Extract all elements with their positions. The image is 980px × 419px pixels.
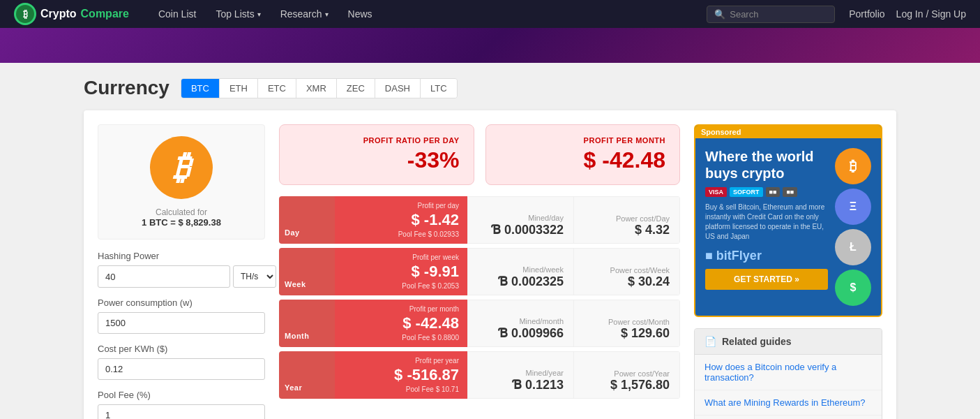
ad-body: Where the world buys crypto VISA SOFORT …: [695, 138, 881, 316]
research-chevron-icon: ▾: [325, 10, 329, 18]
period-cell-month: Month: [279, 300, 335, 347]
profit-cell-label: Profit per day: [343, 202, 459, 210]
tab-ltc[interactable]: LTC: [421, 79, 457, 98]
data-rows: Day Profit per day $ -1.42 Pool Fee $ 0.…: [279, 196, 680, 399]
nav-news[interactable]: News: [340, 3, 381, 25]
currency-header: Currency BTC ETH ETC XMR ZEC DASH LTC: [84, 77, 896, 99]
tab-btc[interactable]: BTC: [181, 79, 220, 98]
brand-compare: Compare: [81, 8, 129, 20]
brand-logo-icon: ₿: [14, 3, 36, 25]
nav-top-lists[interactable]: Top Lists ▾: [207, 3, 269, 25]
power-label: Power cost/Day: [584, 214, 670, 223]
related-guides-links: How does a Bitcoin node verify a transac…: [695, 355, 882, 419]
power-label: Power cost/Year: [584, 369, 670, 378]
nav-links: Coin List Top Lists ▾ Research ▾ News: [150, 3, 700, 25]
profit-ratio-card: PROFIT RATIO PER DAY -33%: [279, 124, 474, 185]
period-cell-week: Week: [279, 248, 335, 295]
period-cell-year: Year: [279, 351, 335, 399]
power-cell-year: Power cost/Year $ 1,576.80: [574, 351, 680, 399]
btc-icon: ₿: [150, 136, 213, 199]
hashing-power-row: TH/s GH/s MH/s: [98, 265, 265, 288]
ad-green-icon: $: [835, 270, 871, 306]
mined-value: Ɓ 0.1213: [478, 377, 564, 392]
calculated-for-label: Calculated for: [156, 207, 207, 217]
cost-per-kwh-input[interactable]: [98, 358, 265, 380]
power-label: Power cost/Month: [584, 318, 670, 326]
tab-eth[interactable]: ETH: [220, 79, 258, 98]
hashing-power-unit-select[interactable]: TH/s GH/s MH/s: [233, 265, 276, 288]
profit-ratio-label: PROFIT RATIO PER DAY: [294, 136, 460, 145]
guide-link-1[interactable]: What are Mining Rewards in Ethereum?: [695, 390, 882, 416]
ad-logo-row: ■ bitFlyer: [705, 249, 828, 263]
period-label: Week: [285, 280, 306, 288]
page-title: Currency: [84, 77, 169, 99]
hashing-power-label: Hashing Power: [98, 251, 265, 261]
power-cell-month: Power cost/Month $ 129.60: [574, 300, 680, 347]
btc-rate: 1 BTC = $ 8,829.38: [142, 217, 221, 228]
brand-logo-link[interactable]: ₿ CryptoCompare: [14, 3, 129, 25]
profit-month-card: PROFIT PER MONTH $ -42.48: [485, 124, 681, 185]
pool-fee-input[interactable]: [98, 404, 265, 419]
nav-research[interactable]: Research ▾: [272, 3, 337, 25]
power-value: $ 30.24: [584, 274, 670, 289]
power-consumption-section: Power consumption (w): [98, 297, 265, 334]
profit-month-label: PROFIT PER MONTH: [500, 136, 666, 145]
page-container: Currency BTC ETH ETC XMR ZEC DASH LTC ₿ …: [0, 63, 980, 419]
cost-per-kwh-label: Cost per KWh ($): [98, 344, 265, 354]
search-input[interactable]: [730, 9, 827, 20]
hashing-power-input[interactable]: [98, 265, 230, 288]
mined-label: Mined/week: [478, 265, 564, 274]
power-cell-day: Power cost/Day $ 4.32: [574, 196, 680, 244]
ad-btc-icon: ₿: [835, 148, 871, 184]
ad-text-block: Where the world buys crypto VISA SOFORT …: [705, 148, 828, 306]
ad-eth-icon: Ξ: [835, 189, 871, 225]
data-row: Day Profit per day $ -1.42 Pool Fee $ 0.…: [279, 196, 680, 244]
profit-summary: PROFIT RATIO PER DAY -33% PROFIT PER MON…: [279, 124, 680, 185]
login-link[interactable]: Log In / Sign Up: [896, 8, 966, 20]
profit-month-value: $ -42.48: [500, 147, 666, 173]
profit-cell-fee: Pool Fee $ 0.02933: [343, 230, 459, 238]
power-value: $ 129.60: [584, 326, 670, 341]
profit-cell-label: Profit per year: [343, 357, 459, 365]
mined-cell-month: Mined/month Ɓ 0.009966: [467, 300, 574, 347]
nav-coin-list[interactable]: Coin List: [150, 3, 204, 25]
ad-small-text: Buy & sell Bitcoin, Ethereum and more in…: [705, 203, 828, 242]
power-consumption-input[interactable]: [98, 312, 265, 334]
profit-cell-label: Profit per month: [343, 305, 459, 313]
mined-cell-year: Mined/year Ɓ 0.1213: [467, 351, 574, 399]
data-row: Year Profit per year $ -516.87 Pool Fee …: [279, 351, 680, 399]
tab-etc[interactable]: ETC: [258, 79, 296, 98]
related-guides-title: Related guides: [722, 336, 792, 347]
profit-cell-label: Profit per week: [343, 253, 459, 261]
profit-cell-value: $ -516.87: [343, 366, 459, 384]
ad-cta-button[interactable]: GET STARTED »: [705, 269, 828, 290]
profit-cell-week: Profit per week $ -9.91 Pool Fee $ 0.205…: [335, 248, 467, 295]
guide-link-2[interactable]: How to Identify a Bitcoin or Ethereum: [695, 416, 882, 419]
other-badge2: ■■: [783, 187, 797, 197]
search-box[interactable]: 🔍: [707, 6, 835, 23]
power-cell-week: Power cost/Week $ 30.24: [574, 248, 680, 295]
tab-xmr[interactable]: XMR: [296, 79, 337, 98]
pool-fee-label: Pool Fee (%): [98, 390, 265, 400]
tab-dash[interactable]: DASH: [375, 79, 421, 98]
related-guides-header: 📄 Related guides: [695, 329, 882, 355]
profit-cell-fee: Pool Fee $ 0.8800: [343, 334, 459, 341]
svg-text:₿: ₿: [23, 8, 28, 20]
profit-cell-fee: Pool Fee $ 0.2053: [343, 282, 459, 290]
tab-zec[interactable]: ZEC: [337, 79, 375, 98]
research-label: Research: [280, 8, 322, 20]
guide-link-0[interactable]: How does a Bitcoin node verify a transac…: [695, 355, 882, 390]
top-lists-chevron-icon: ▾: [257, 10, 261, 18]
period-label: Year: [285, 383, 302, 392]
navbar: ₿ CryptoCompare Coin List Top Lists ▾ Re…: [0, 0, 980, 28]
right-panel: Sponsored Where the world buys crypto VI…: [694, 124, 882, 419]
profit-cell-value: $ -9.91: [343, 263, 459, 281]
visa-badge: VISA: [705, 187, 727, 197]
profit-cell-day: Profit per day $ -1.42 Pool Fee $ 0.0293…: [335, 196, 467, 244]
mined-value: Ɓ 0.0003322: [478, 222, 564, 237]
hashing-power-section: Hashing Power TH/s GH/s MH/s: [98, 251, 265, 288]
portfolio-link[interactable]: Portfolio: [849, 8, 884, 20]
period-label: Month: [285, 332, 309, 340]
ad-icon-col: ₿ Ξ Ł $: [835, 148, 871, 306]
coin-icon-box: ₿ Calculated for 1 BTC = $ 8,829.38: [98, 124, 265, 240]
